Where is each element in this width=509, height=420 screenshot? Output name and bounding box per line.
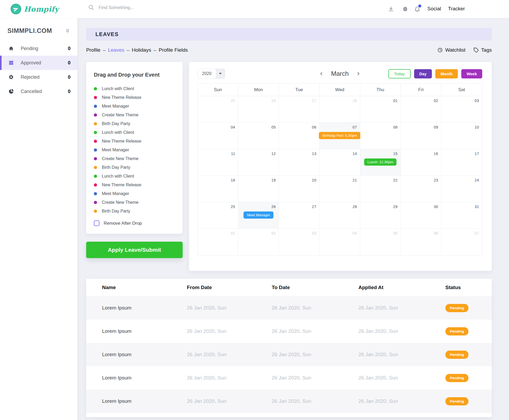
calendar-day-cell[interactable]: 17 (441, 149, 482, 176)
table-row[interactable]: Lorem Ipsum26 Jan 2020, Sun26 Jan 2020, … (86, 320, 492, 343)
draggable-event-item[interactable]: New Theme Release (94, 139, 175, 143)
calendar-event-chip[interactable]: Birthday Part: 5.30pm (319, 132, 361, 139)
calendar-day-cell[interactable]: 26Meet Manager (238, 202, 279, 229)
calendar-day-cell[interactable]: 01 (360, 96, 401, 123)
view-month-button[interactable]: Month (435, 69, 458, 78)
calendar-day-cell[interactable]: 04 (198, 123, 238, 149)
table-row[interactable]: Lorem Ipsum26 Jan 2020, Sun26 Jan 2020, … (86, 343, 492, 366)
draggable-event-item[interactable]: Meet Manager (94, 104, 175, 108)
double-chevron-down-icon[interactable] (65, 28, 71, 34)
calendar-day-cell[interactable]: 11 (198, 149, 238, 176)
day-number: 27 (312, 99, 317, 103)
calendar-day-cell[interactable]: 05 (238, 123, 279, 149)
breadcrumb-item-profile-fields[interactable]: Profile Fields (159, 47, 188, 53)
sidebar-item-rejected[interactable]: Rejected0 (0, 70, 77, 84)
calendar-event-chip[interactable]: Meet Manager (244, 211, 274, 219)
calendar-day-cell[interactable]: 08 (360, 123, 401, 149)
calendar-event-chip[interactable]: Lunch: 12.30pm (364, 158, 397, 166)
tags-button[interactable]: Tags (473, 47, 492, 53)
draggable-event-item[interactable]: Birth Day Party (94, 165, 175, 170)
draggable-event-item[interactable]: Lunch with Client (94, 130, 175, 135)
remove-after-drop-checkbox[interactable] (94, 220, 99, 226)
draggable-event-item[interactable]: Create New Theme (94, 113, 175, 117)
day-number: 25 (231, 205, 235, 209)
table-row[interactable]: Lorem Ipsum26 Jan 2020, Sun26 Jan 2020, … (86, 390, 492, 413)
draggable-event-item[interactable]: Birth Day Party (94, 122, 175, 126)
table-row[interactable]: Lorem Ipsum26 Jan 2020, Sun26 Jan 2020, … (86, 296, 492, 320)
calendar-day-cell[interactable]: 15Lunch: 12.30pm (360, 149, 401, 176)
calendar-day-cell[interactable]: 04 (319, 229, 360, 255)
calendar-day-cell[interactable]: 12 (238, 149, 279, 176)
calendar-day-cell[interactable]: 13 (279, 149, 319, 176)
breadcrumb-item-holidays[interactable]: Holidays (132, 47, 151, 53)
download-icon[interactable] (388, 6, 394, 12)
bell-icon[interactable] (414, 6, 420, 12)
calendar-day-cell[interactable]: 07Birthday Part: 5.30pm (319, 123, 360, 149)
calendar-day-cell[interactable]: 25 (198, 202, 238, 229)
day-number: 04 (231, 125, 235, 129)
draggable-event-item[interactable]: New Theme Release (94, 183, 175, 187)
draggable-event-item[interactable]: New Theme Release (94, 95, 175, 100)
app-logo[interactable]: Hompify (11, 4, 59, 14)
breadcrumb-item-leaves[interactable]: Leaves (108, 47, 124, 53)
event-item-label: Meet Manager (102, 104, 129, 108)
watchlist-button[interactable]: Watchlist (437, 47, 465, 53)
calendar-day-cell[interactable]: 31 (441, 202, 482, 229)
calendar-day-cell[interactable]: 02 (238, 229, 279, 255)
bug-icon[interactable] (402, 6, 408, 12)
calendar-day-cell[interactable]: 24 (441, 176, 482, 202)
next-month-button[interactable] (356, 72, 360, 76)
apply-leave-submit-button[interactable]: Apply Leave/Submit (86, 242, 183, 258)
calendar-day-cell[interactable]: 03 (441, 96, 482, 123)
calendar-day-cell[interactable]: 01 (198, 229, 238, 255)
prev-month-button[interactable] (319, 72, 324, 76)
calendar-day-cell[interactable]: 22 (360, 176, 401, 202)
year-select[interactable]: 2020 (198, 69, 225, 79)
calendar-day-cell[interactable]: 03 (279, 229, 319, 255)
calendar-day-cell[interactable]: 30 (401, 202, 441, 229)
calendar-day-cell[interactable]: 23 (401, 176, 441, 202)
cell-applied-at: 26 Jan 2020, Sun (358, 328, 445, 334)
calendar-day-cell[interactable]: 21 (319, 176, 360, 202)
calendar-day-cell[interactable]: 18 (198, 176, 238, 202)
table-row[interactable]: Lorem Ipsum26 Jan 2020, Sun26 Jan 2020, … (86, 366, 492, 390)
nav-tracker[interactable]: Tracker (448, 6, 465, 12)
draggable-event-item[interactable]: Birth Day Party (94, 209, 175, 213)
calendar-day-cell[interactable]: 05 (360, 229, 401, 255)
calendar-day-cell[interactable]: 19 (238, 176, 279, 202)
view-week-button[interactable]: Week (461, 69, 482, 78)
calendar-day-cell[interactable]: 16 (401, 149, 441, 176)
calendar-day-cell[interactable]: 14 (319, 149, 360, 176)
view-today-button[interactable]: Today (388, 69, 411, 78)
calendar-day-cell[interactable]: 26 (238, 96, 279, 123)
draggable-event-item[interactable]: Create New Theme (94, 200, 175, 205)
view-day-button[interactable]: Day (414, 69, 432, 78)
calendar-day-cell[interactable]: 28 (319, 96, 360, 123)
draggable-event-item[interactable]: Lunch with Client (94, 87, 175, 91)
calendar-day-cell[interactable]: 27 (279, 202, 319, 229)
sidebar-item-approved[interactable]: Approved0 (0, 56, 77, 70)
calendar-day-cell[interactable]: 06 (279, 123, 319, 149)
draggable-event-item[interactable]: Lunch with Client (94, 174, 175, 178)
draggable-event-item[interactable]: Meet Manager (94, 192, 175, 196)
calendar-day-cell[interactable]: 10 (441, 123, 482, 149)
calendar-day-cell[interactable]: 28 (319, 202, 360, 229)
draggable-event-item[interactable]: Meet Manager (94, 148, 175, 152)
calendar-day-cell[interactable]: 09 (401, 123, 441, 149)
calendar-day-cell[interactable]: 02 (401, 96, 441, 123)
search-input[interactable] (99, 5, 178, 10)
calendar-day-cell[interactable]: 27 (279, 96, 319, 123)
nav-social[interactable]: Social (427, 6, 441, 12)
sidebar-item-cancelled[interactable]: Cancelled0 (0, 84, 77, 99)
draggable-event-item[interactable]: Create New Theme (94, 157, 175, 161)
calendar-day-cell[interactable]: 20 (279, 176, 319, 202)
breadcrumb-item-profile[interactable]: Profile (86, 47, 100, 53)
calendar-day-cell[interactable]: 29 (360, 202, 401, 229)
calendar-day-cell[interactable]: 06 (401, 229, 441, 255)
calendar-day-cell[interactable]: 25 (198, 96, 238, 123)
event-color-dot (94, 113, 97, 117)
sidebar-item-count: 0 (68, 74, 71, 80)
calendar-day-cell[interactable]: 07 (441, 229, 482, 255)
sidebar-item-pending[interactable]: Pending0 (0, 41, 77, 56)
day-number: 15 (393, 152, 398, 156)
